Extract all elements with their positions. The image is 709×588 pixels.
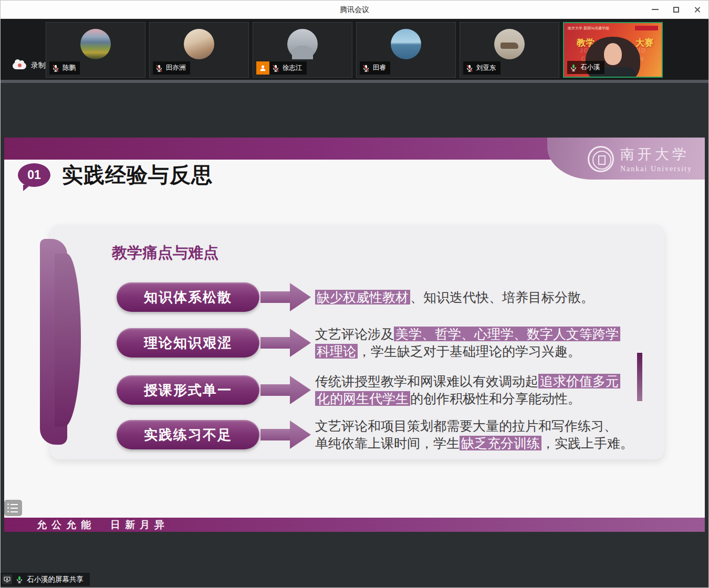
participant-strip: 录制中 陈鹏 田亦洲 xyxy=(0,19,709,80)
mic-on-icon xyxy=(15,575,24,584)
pain-point-row: 授课形式单一 传统讲授型教学和网课难以有效调动起追求价值多元 化的网生代学生的创… xyxy=(117,375,620,405)
participant-tile[interactable]: 田睿 xyxy=(356,22,456,78)
maximize-icon xyxy=(673,7,679,13)
participant-tile-active-speaker[interactable]: 南开大学 新闻与传播学院 JOURNALISM AND COMMUNICATIO… xyxy=(563,22,663,78)
video-red-tag xyxy=(635,26,658,30)
mic-muted-icon xyxy=(362,64,370,72)
list-icon xyxy=(7,503,22,505)
avatar xyxy=(184,29,214,59)
highlighted-text: 美学、哲学、心理学、数字人文等跨学 xyxy=(394,327,620,341)
screen-share-icon xyxy=(2,574,12,584)
body-text: ，学生缺乏对于基础理论的学习兴趣。 xyxy=(358,344,581,359)
highlighted-text: 追求价值多元 xyxy=(538,374,620,388)
body-text: 、知识迭代快、培养目标分散。 xyxy=(410,290,594,304)
slide-motto: 允公允能 日新月异 xyxy=(37,518,705,532)
minimize-icon xyxy=(652,9,659,10)
arrow-right-icon xyxy=(259,282,312,312)
card-title: 教学痛点与难点 xyxy=(112,243,218,264)
pain-point-pill: 授课形式单一 xyxy=(117,375,259,405)
avatar xyxy=(391,29,421,59)
highlighted-text: 化的网生代学生 xyxy=(315,391,410,406)
video-header-text: 南开大学 新闻与传播学院 xyxy=(568,26,609,31)
participant-name: 田亦洲 xyxy=(166,64,186,72)
maximize-button[interactable] xyxy=(669,3,683,16)
screen-share-banner: 石小溪的屏幕共享 xyxy=(0,573,90,586)
window-title: 腾讯会议 xyxy=(0,0,709,19)
mic-muted-icon xyxy=(51,64,60,72)
arrow-right-icon xyxy=(259,375,312,405)
pain-point-row: 知识体系松散 缺少权威性教材、知识迭代快、培养目标分散。 xyxy=(117,282,594,312)
screen-share-label: 石小溪的屏幕共享 xyxy=(27,575,84,584)
ribbon-decoration xyxy=(36,239,81,445)
university-name-en: Nankai University xyxy=(620,165,692,173)
university-name-cn: 南开大学 xyxy=(620,145,692,164)
pain-point-pill: 理论知识艰涩 xyxy=(117,328,259,358)
nankai-seal-icon xyxy=(588,146,614,172)
highlighted-text: 缺少权威性教材 xyxy=(315,290,410,304)
close-icon xyxy=(694,6,701,13)
highlighted-text: 科理论 xyxy=(315,344,358,359)
participant-name: 石小溪 xyxy=(580,63,600,72)
participant-name: 田睿 xyxy=(373,64,386,72)
avatar xyxy=(494,29,525,59)
video-banner-text: 大赛 xyxy=(635,37,653,49)
list-icon xyxy=(7,511,22,512)
content-card: 教学痛点与难点 知识体系松散 缺少权威性教材、知识迭代快、培养目标分散。 理论知… xyxy=(50,225,664,459)
mic-muted-icon xyxy=(465,64,474,72)
pain-point-row: 实践练习不足 文艺评论和项目策划都需要大量的拉片和写作练习、 单纯依靠上课时间，… xyxy=(117,420,633,449)
cloud-recording-icon xyxy=(13,62,26,69)
arrow-right-icon xyxy=(259,420,312,449)
avatar xyxy=(80,29,111,59)
shared-screen-area: 南开大学 Nankai University 01 实践经验与反思 教学痛点与难… xyxy=(0,83,709,588)
slide-footer-bar: 允公允能 日新月异 xyxy=(4,518,705,532)
sidebar-toggle-button[interactable] xyxy=(4,500,22,516)
mic-muted-icon xyxy=(272,64,280,72)
participant-tile[interactable]: 徐志江 xyxy=(253,22,352,78)
body-text: 传统讲授型教学和网课难以有效调动起 xyxy=(315,374,538,388)
arrow-right-icon xyxy=(259,328,312,358)
section-number-bubble: 01 xyxy=(18,163,50,187)
list-icon xyxy=(7,507,22,509)
vertical-bar-decoration xyxy=(637,353,642,401)
titlebar: 腾讯会议 xyxy=(0,0,709,19)
participant-tile[interactable]: 陈鹏 xyxy=(46,22,145,78)
pain-point-pill: 知识体系松散 xyxy=(117,282,259,312)
mic-muted-icon xyxy=(155,64,163,72)
body-text: 文艺评论和项目策划都需要大量的拉片和写作练习、 xyxy=(315,418,617,433)
avatar xyxy=(287,29,318,59)
body-text: 文艺评论涉及 xyxy=(315,327,394,341)
body-text: 的创作积极性和分享能动性。 xyxy=(410,391,581,406)
participant-name: 刘亚东 xyxy=(476,64,496,72)
minimize-button[interactable] xyxy=(648,3,662,16)
slide-title: 实践经验与反思 xyxy=(62,161,213,190)
participant-tile[interactable]: 刘亚东 xyxy=(460,22,559,78)
highlighted-text: 缺乏充分训练 xyxy=(460,436,541,450)
body-text: ，实践上手难。 xyxy=(541,436,633,450)
mic-on-icon xyxy=(569,64,578,72)
pain-point-pill: 实践练习不足 xyxy=(117,420,259,449)
presentation-slide: 南开大学 Nankai University 01 实践经验与反思 教学痛点与难… xyxy=(4,138,705,532)
participant-name: 徐志江 xyxy=(283,64,303,72)
body-text: 单纯依靠上课时间，学生 xyxy=(315,436,460,450)
logo-band: 南开大学 Nankai University xyxy=(547,138,705,180)
participant-name: 陈鹏 xyxy=(62,64,76,72)
member-badge-icon xyxy=(256,61,269,75)
pain-point-row: 理论知识艰涩 文艺评论涉及美学、哲学、心理学、数字人文等跨学 科理论，学生缺乏对… xyxy=(117,328,620,358)
close-button[interactable] xyxy=(690,3,704,16)
participant-tile[interactable]: 田亦洲 xyxy=(149,22,249,78)
strip-divider xyxy=(0,80,709,83)
